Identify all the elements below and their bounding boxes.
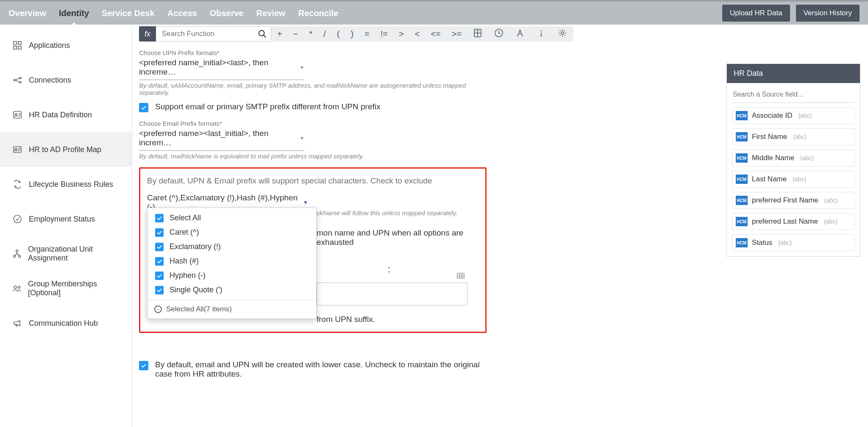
sidebar-item-connections[interactable]: Connections <box>0 63 132 97</box>
menu-item-exclamatory[interactable]: Exclamatory (!) <box>147 239 316 254</box>
mapping-input[interactable] <box>317 283 467 305</box>
upn-prefix-dropdown[interactable]: <preferred name_initial><last>, then inc… <box>139 56 304 78</box>
svg-point-16 <box>18 286 20 288</box>
info-icon[interactable] <box>534 28 549 40</box>
svg-point-6 <box>19 81 21 83</box>
upload-hr-data-button[interactable]: Upload HR Data <box>722 5 790 22</box>
nav-access[interactable]: Access <box>167 8 197 18</box>
menu-item-caret[interactable]: Caret (^) <box>147 225 316 239</box>
op-eq[interactable]: = <box>362 29 372 39</box>
hcm-badge: HCM <box>736 153 748 163</box>
redbox-title: By default, UPN & Email prefix will supp… <box>147 176 479 186</box>
hr-field-status[interactable]: HCM Status (abc) <box>732 234 855 251</box>
menu-item-select-all[interactable]: Select All <box>147 211 316 225</box>
nav-observe[interactable]: Observe <box>210 8 244 18</box>
font-icon[interactable] <box>512 28 528 40</box>
ou-icon <box>12 248 22 259</box>
sidebar-item-hr-data-definition[interactable]: HR Data Definition <box>0 97 132 132</box>
chevron-down-icon: ▼ <box>303 200 308 205</box>
op-lt[interactable]: < <box>412 29 423 39</box>
op-lparen[interactable]: ( <box>334 29 342 39</box>
sidebar: Applications Connections HR Data Definit… <box>0 25 132 427</box>
op-lte[interactable]: <= <box>428 29 443 39</box>
deselect-all-icon: − <box>154 305 162 313</box>
hr-field-middle-name[interactable]: HCM Middle Name (abc) <box>732 150 855 166</box>
hr-field-associate-id[interactable]: HCM Associate ID (abc) <box>732 107 855 124</box>
menu-item-single-quote[interactable]: Single Quote (') <box>147 283 316 297</box>
sidebar-item-group-memberships[interactable]: Group Memberships [Optional] <box>0 271 132 306</box>
fx-button[interactable]: fx <box>139 26 156 42</box>
nav-reconcile[interactable]: Reconcile <box>298 8 338 18</box>
support-email-prefix-checkbox-row: Support email or primary SMTP prefix dif… <box>139 102 487 112</box>
sidebar-item-communication-hub[interactable]: Communication Hub <box>0 306 132 341</box>
sidebar-label: Connections <box>29 76 71 85</box>
upn-prefix-label: Choose UPN Prefix formats* <box>139 49 487 56</box>
groups-icon <box>12 283 22 294</box>
clock-icon[interactable] <box>491 28 506 40</box>
sidebar-label: HR Data Definition <box>29 111 92 119</box>
sidebar-label: Organizational Unit Assignment <box>28 245 120 263</box>
op-gt[interactable]: > <box>396 29 406 39</box>
lifecycle-icon <box>12 179 23 190</box>
nav-review[interactable]: Review <box>256 8 286 18</box>
op-div[interactable]: / <box>321 29 328 39</box>
hr-field-last-name[interactable]: HCM Last Name (abc) <box>732 171 855 188</box>
checkbox-checked[interactable] <box>155 286 164 294</box>
op-rparen[interactable]: ) <box>348 29 356 39</box>
table-icon[interactable] <box>457 273 465 280</box>
search-function-input[interactable] <box>156 26 271 42</box>
lowercase-checkbox[interactable] <box>139 361 148 370</box>
hr-field-preferred-last-name[interactable]: HCM preferred Last Name (abc) <box>732 213 855 230</box>
support-email-checkbox[interactable] <box>139 103 148 112</box>
nav-identity[interactable]: Identity <box>59 8 89 18</box>
hcm-badge: HCM <box>736 111 748 120</box>
hr-field-preferred-first-name[interactable]: HCM preferred First Name (abc) <box>732 192 855 209</box>
op-plus[interactable]: + <box>275 29 285 39</box>
checkbox-checked[interactable] <box>155 272 164 280</box>
menu-footer[interactable]: − Selected All(7 items) <box>147 299 316 319</box>
support-email-checkbox-label: Support email or primary SMTP prefix dif… <box>155 102 380 111</box>
op-mult[interactable]: * <box>306 29 315 39</box>
hr-data-header: HR Data <box>727 64 860 83</box>
hr-field-first-name[interactable]: HCM First Name (abc) <box>732 128 855 145</box>
employment-status-icon <box>12 214 23 225</box>
sidebar-item-applications[interactable]: Applications <box>0 28 132 63</box>
checkbox-checked[interactable] <box>155 257 164 266</box>
svg-point-21 <box>561 32 564 34</box>
checkbox-checked[interactable] <box>155 243 164 251</box>
sidebar-item-employment-status[interactable]: Employment Status <box>0 202 132 236</box>
email-help-text: By default, mailNickName is equivalent t… <box>139 152 487 160</box>
megaphone-icon <box>12 318 23 329</box>
main-content: fx + − * / ( ) = != > < <= >= <box>132 25 868 427</box>
sidebar-label: HR to AD Profile Map <box>29 145 101 154</box>
sidebar-item-hr-to-ad-profile-map[interactable]: HR to AD Profile Map <box>0 132 132 167</box>
op-gte[interactable]: >= <box>449 29 464 39</box>
sidebar-item-ou-assignment[interactable]: Organizational Unit Assignment <box>0 236 132 271</box>
calculator-icon[interactable] <box>470 28 485 40</box>
brain-icon[interactable] <box>555 28 570 40</box>
special-char-exclusion-box: By default, UPN & Email prefix will supp… <box>139 167 487 333</box>
menu-item-tilde[interactable]: Tilde (~) <box>147 297 316 299</box>
menu-item-hyphen[interactable]: Hyphen (-) <box>147 268 316 283</box>
checkbox-checked[interactable] <box>155 214 164 222</box>
nav-overview[interactable]: Overview <box>8 8 46 18</box>
menu-item-hash[interactable]: Hash (#) <box>147 254 316 268</box>
profile-map-icon <box>12 144 23 155</box>
nav-service-desk[interactable]: Service Desk <box>102 8 155 18</box>
lowercase-checkbox-label: By default, email and UPN will be create… <box>155 360 487 379</box>
version-history-button[interactable]: Version History <box>796 5 860 22</box>
email-prefix-dropdown[interactable]: <preferred name><last_initial>, then inc… <box>139 127 304 149</box>
sidebar-label: Communication Hub <box>29 319 98 328</box>
hr-data-search-input[interactable] <box>732 88 855 103</box>
exhausted-text-partial: mon name and UPN when all options are ex… <box>317 228 479 247</box>
hcm-badge: HCM <box>736 132 748 141</box>
operator-toolbar: + − * / ( ) = != > < <= >= <box>271 26 573 42</box>
op-neq[interactable]: != <box>378 29 390 39</box>
svg-point-5 <box>19 77 21 79</box>
sidebar-item-lifecycle-rules[interactable]: Lifecycle Business Rules <box>0 167 132 202</box>
op-minus[interactable]: − <box>291 29 301 39</box>
svg-point-11 <box>14 215 21 223</box>
hcm-badge: HCM <box>736 217 748 226</box>
checkbox-checked[interactable] <box>155 228 164 237</box>
svg-rect-3 <box>18 46 21 49</box>
